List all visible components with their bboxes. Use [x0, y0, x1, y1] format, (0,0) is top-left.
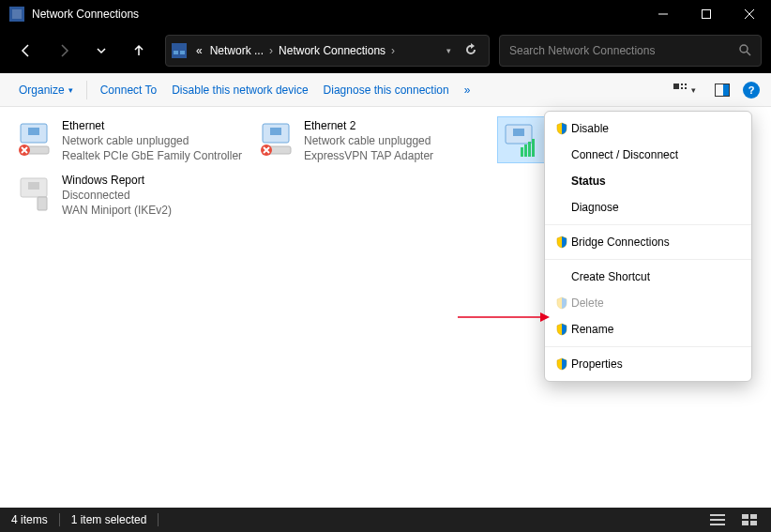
menu-separator [545, 259, 751, 260]
close-button[interactable] [728, 0, 771, 28]
connect-to-button[interactable]: Connect To [93, 80, 165, 100]
context-menu: Disable Connect / Disconnect Status Diag… [544, 111, 752, 382]
up-button[interactable] [122, 34, 156, 68]
help-button[interactable]: ? [743, 82, 760, 99]
svg-rect-41 [750, 514, 757, 519]
app-icon [9, 7, 24, 22]
svg-rect-42 [742, 521, 748, 525]
menu-rename[interactable]: Rename [545, 316, 751, 342]
svg-rect-38 [710, 519, 725, 521]
svg-rect-13 [685, 84, 687, 85]
recent-button[interactable] [84, 34, 118, 68]
content-area[interactable]: Ethernet Network cable unplugged Realtek… [0, 107, 771, 508]
item-device: ExpressVPN TAP Adapter [304, 148, 433, 163]
shield-icon [552, 357, 571, 371]
connection-item[interactable]: Windows Report Disconnected WAN Miniport… [13, 171, 246, 218]
location-icon [172, 43, 187, 58]
network-adapter-disconnected-icon [15, 173, 56, 214]
network-adapter-connected-icon [500, 119, 541, 160]
item-device: WAN Miniport (IKEv2) [62, 203, 172, 218]
shield-icon [552, 236, 571, 249]
svg-rect-23 [270, 128, 281, 135]
svg-marker-36 [540, 312, 550, 322]
title-bar: Network Connections [0, 0, 771, 28]
menu-delete: Delete [545, 290, 751, 316]
item-status: Network cable unplugged [62, 133, 242, 148]
item-status: Network cable unplugged [304, 133, 433, 148]
tiles-view-button[interactable] [739, 511, 760, 528]
path-seg-2[interactable]: Network Connections [275, 44, 389, 57]
nav-bar: « Network ... › Network Connections › ▾ [0, 28, 771, 73]
shield-icon [552, 323, 571, 336]
connection-item[interactable]: Ethernet 2 Network cable unplugged Expre… [255, 116, 488, 163]
svg-rect-15 [685, 87, 687, 89]
item-status: Disconnected [62, 188, 172, 203]
item-name: Ethernet 2 [304, 118, 433, 133]
path-prefix[interactable]: « [192, 44, 206, 57]
status-count: 4 items [11, 513, 60, 526]
network-adapter-icon [15, 118, 56, 160]
svg-rect-1 [12, 9, 22, 19]
svg-rect-37 [710, 514, 725, 516]
svg-rect-33 [28, 182, 39, 190]
menu-connect-disconnect[interactable]: Connect / Disconnect [545, 142, 751, 168]
svg-rect-7 [174, 51, 178, 54]
item-device: Realtek PCIe GbE Family Controller [62, 148, 242, 163]
preview-pane-button[interactable] [709, 80, 735, 100]
menu-status[interactable]: Status [545, 168, 751, 194]
search-icon [738, 43, 751, 59]
svg-rect-43 [750, 521, 757, 525]
refresh-button[interactable] [459, 43, 483, 59]
svg-line-10 [747, 52, 750, 55]
svg-point-9 [740, 45, 748, 53]
window: Network Connections « Network ... › Netw… [0, 0, 771, 532]
maximize-button[interactable] [685, 0, 728, 28]
chevron-right-icon: › [389, 44, 397, 57]
svg-rect-12 [681, 84, 683, 85]
menu-separator [545, 224, 751, 225]
svg-rect-39 [710, 524, 725, 525]
svg-rect-17 [723, 84, 729, 96]
svg-rect-40 [742, 514, 748, 519]
menu-disable[interactable]: Disable [545, 115, 751, 142]
svg-rect-28 [521, 147, 523, 157]
window-title: Network Connections [32, 8, 642, 21]
menu-create-shortcut[interactable]: Create Shortcut [545, 264, 751, 290]
menu-properties[interactable]: Properties [545, 351, 751, 377]
minimize-button[interactable] [642, 0, 685, 28]
svg-rect-30 [528, 142, 531, 157]
annotation-arrow [458, 310, 552, 327]
view-options-button[interactable]: ▾ [668, 80, 702, 100]
address-bar[interactable]: « Network ... › Network Connections › ▾ [165, 35, 490, 67]
back-button[interactable] [9, 34, 43, 68]
shield-icon [552, 296, 571, 310]
diagnose-connection-button[interactable]: Diagnose this connection [316, 80, 457, 100]
network-adapter-icon [257, 118, 298, 160]
details-view-button[interactable] [707, 511, 728, 528]
search-input[interactable] [509, 44, 738, 57]
menu-diagnose[interactable]: Diagnose [545, 194, 751, 220]
organize-button[interactable]: Organize▾ [11, 80, 81, 100]
svg-rect-3 [703, 10, 711, 19]
svg-rect-14 [681, 87, 683, 89]
svg-rect-27 [513, 129, 524, 136]
item-name: Windows Report [62, 173, 172, 188]
chevron-right-icon: › [267, 44, 275, 57]
window-controls [642, 0, 771, 28]
svg-rect-29 [524, 144, 527, 157]
item-name: Ethernet [62, 118, 242, 133]
menu-bridge[interactable]: Bridge Connections [545, 229, 751, 255]
disable-device-button[interactable]: Disable this network device [164, 80, 315, 100]
svg-rect-34 [38, 197, 47, 210]
status-selected: 1 item selected [71, 513, 159, 526]
path-seg-1[interactable]: Network ... [206, 44, 267, 57]
path-dropdown-button[interactable]: ▾ [439, 46, 459, 55]
status-bar: 4 items 1 item selected [0, 508, 771, 532]
menu-separator [545, 346, 751, 347]
search-box[interactable] [499, 35, 762, 67]
more-button[interactable]: » [457, 80, 478, 100]
forward-button[interactable] [47, 34, 81, 68]
svg-rect-8 [180, 51, 185, 54]
connection-item[interactable]: Ethernet Network cable unplugged Realtek… [13, 116, 246, 163]
svg-rect-11 [673, 84, 679, 89]
